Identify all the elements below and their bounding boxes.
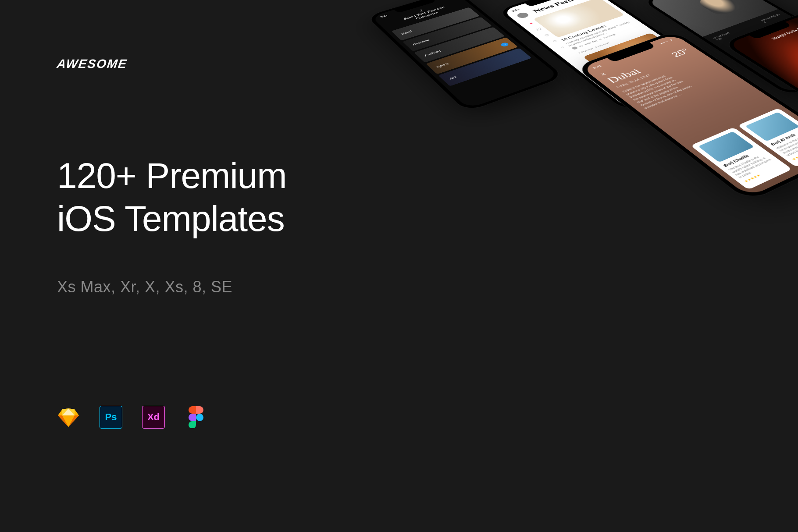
headline-line-2: iOS Templates: [57, 197, 287, 240]
poi-text: Welcome to the world's most luxurious ho…: [775, 132, 798, 157]
comment-icon[interactable]: ○: [559, 46, 566, 49]
brightness-value: 0: [763, 21, 767, 23]
star-rating: ★★★★★: [743, 164, 782, 183]
device-list: Xs Max, Xr, X, Xs, 8, SE: [57, 278, 287, 296]
author-avatar: [571, 46, 579, 50]
heart-icon[interactable]: ♥: [528, 22, 534, 25]
share-icon[interactable]: ◇: [551, 39, 558, 43]
bookmark-icon[interactable]: ◎: [543, 33, 550, 37]
check-icon: ✓: [499, 42, 509, 47]
xd-icon: Xd: [142, 406, 165, 429]
date-label: Friday, 20 Jul, 17:47: [616, 74, 651, 89]
photoshop-icon: Ps: [100, 406, 122, 429]
phone-mockups: 9:41••• ᯤ ▮ 2Select Your FavoriteCategor…: [351, 0, 798, 532]
headline-line-1: 120+ Premium: [57, 154, 287, 197]
city-description: Dubai is the largest and most populous c…: [621, 72, 697, 110]
headline: 120+ Premium iOS Templates: [57, 154, 287, 241]
sketch-icon: [57, 406, 80, 429]
track-title: Straight Outta ComptonN.W.A.: [770, 22, 798, 43]
star-rating: ★★★★★: [791, 143, 798, 161]
poi-card[interactable]: Burj Al ArabWelcome to the world's most …: [737, 108, 798, 167]
city-name: Dubai: [604, 67, 644, 85]
like-count: 12: [535, 27, 543, 31]
status-icons: ••• ᯤ ▮: [659, 39, 674, 45]
tool-icons: Ps Xd: [57, 406, 287, 429]
poi-text: The Burj Khalifa is the world's tallest …: [727, 153, 776, 179]
poi-card[interactable]: Burj KhalifaThe Burj Khalifa is the worl…: [691, 127, 792, 190]
temperature: 20°: [669, 47, 693, 59]
poi-title: Burj Al Arab: [770, 129, 798, 146]
close-icon[interactable]: ✕: [598, 71, 608, 77]
brand-logo: AWESOME: [56, 57, 128, 71]
poi-image: [698, 131, 754, 163]
poi-image: [745, 112, 798, 142]
figma-icon: [185, 406, 207, 429]
poi-title: Burj Khalifa: [722, 149, 761, 168]
status-time: 9:41: [592, 64, 603, 70]
